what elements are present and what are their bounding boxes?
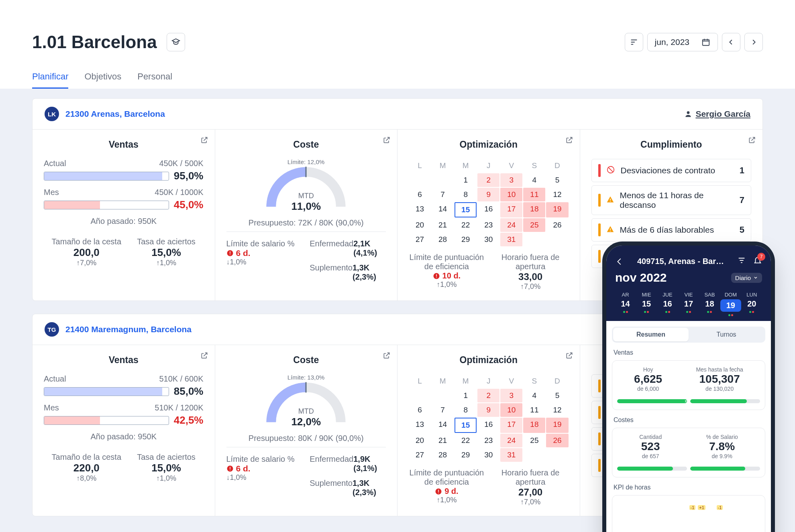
cal-day-20[interactable]: 20 (409, 218, 431, 232)
sort-button[interactable] (625, 33, 643, 51)
cal-day-2[interactable]: 2 (477, 389, 499, 402)
phone-tab-turnos[interactable]: Turnos (689, 328, 764, 341)
open-icon[interactable] (383, 136, 391, 146)
cal-day-28[interactable]: 28 (432, 233, 454, 246)
open-icon[interactable] (200, 136, 208, 146)
compliance-item[interactable]: Desviaciones de contrato 1 (591, 159, 752, 182)
cal-day-23[interactable]: 23 (477, 218, 499, 232)
filter-icon[interactable] (737, 256, 746, 265)
open-icon[interactable] (565, 136, 573, 146)
phone-day-18[interactable]: SAB18 (699, 292, 720, 316)
cal-day-27[interactable]: 27 (409, 233, 431, 246)
phone-day-15[interactable]: MIE15 (636, 292, 656, 316)
cal-day-12[interactable]: 12 (546, 188, 568, 201)
cal-day-1[interactable]: 1 (455, 173, 477, 187)
phone-month-label[interactable]: nov 2022 (615, 271, 667, 284)
cal-day-6[interactable]: 6 (409, 403, 431, 417)
cal-day-23[interactable]: 23 (477, 434, 499, 447)
cal-day-29[interactable]: 29 (455, 233, 477, 246)
cal-day-3[interactable]: 3 (500, 389, 522, 402)
cal-day-11[interactable]: 11 (523, 403, 545, 417)
svg-text:Límite: 13,0%: Límite: 13,0% (287, 374, 325, 381)
manager-link[interactable]: Sergio García (684, 109, 750, 119)
prev-month-button[interactable] (722, 33, 740, 51)
cal-day-8[interactable]: 8 (455, 188, 477, 201)
cal-day-31[interactable]: 31 (500, 233, 522, 246)
compliance-item[interactable]: Más de 6 días laborables 5 (591, 218, 752, 242)
cal-day-20[interactable]: 20 (409, 434, 431, 447)
cal-day-13[interactable]: 13 (409, 418, 431, 433)
cal-day-21[interactable]: 21 (432, 218, 454, 232)
cal-day-12[interactable]: 12 (546, 403, 568, 417)
cal-day-11[interactable]: 11 (523, 188, 545, 201)
cal-day-24[interactable]: 24 (500, 434, 522, 447)
cal-day-14[interactable]: 14 (432, 418, 454, 433)
cal-day-21[interactable]: 21 (432, 434, 454, 447)
cal-day-6[interactable]: 6 (409, 188, 431, 201)
open-icon[interactable] (200, 351, 208, 361)
phone-costes-card: Cantidad 523 de 657 % de Salario 7.8% de… (612, 428, 765, 477)
open-icon[interactable] (383, 351, 391, 361)
store-name-link[interactable]: 21400 Maremagnum, Barcelona (65, 325, 192, 334)
cal-day-29[interactable]: 29 (455, 448, 477, 462)
cal-day-13[interactable]: 13 (409, 202, 431, 217)
cal-day-18[interactable]: 18 (523, 418, 545, 433)
cal-day-16[interactable]: 16 (477, 418, 499, 433)
cal-day-10[interactable]: 10 (500, 188, 522, 201)
cal-day-17[interactable]: 17 (500, 202, 522, 217)
cal-day-22[interactable]: 22 (455, 434, 477, 447)
back-icon[interactable] (615, 257, 624, 266)
phone-day-19[interactable]: DOM19 (720, 292, 741, 316)
phone-day-16[interactable]: JUE16 (657, 292, 678, 316)
education-icon-button[interactable] (167, 33, 185, 51)
cal-day-24[interactable]: 24 (500, 218, 522, 232)
tab-planificar[interactable]: Planificar (32, 71, 68, 89)
calendar: LMMJVSD123456789101112131415161718192021… (409, 374, 569, 462)
cal-day-22[interactable]: 22 (455, 218, 477, 232)
cal-day-14[interactable]: 14 (432, 202, 454, 217)
cal-day-4[interactable]: 4 (523, 173, 545, 187)
date-picker[interactable]: jun, 2023 (647, 33, 718, 51)
cal-day-7[interactable]: 7 (432, 403, 454, 417)
cal-day-19[interactable]: 19 (546, 418, 568, 433)
phone-day-17[interactable]: VIE17 (678, 292, 699, 316)
cal-day-3[interactable]: 3 (500, 173, 522, 187)
cal-day-5[interactable]: 5 (546, 173, 568, 187)
cal-day-7[interactable]: 7 (432, 188, 454, 201)
open-icon[interactable] (748, 136, 756, 146)
compliance-text: Menos de 11 horas de descanso (620, 191, 734, 210)
cal-day-19[interactable]: 19 (546, 202, 568, 217)
cal-day-4[interactable]: 4 (523, 389, 545, 402)
compliance-item[interactable]: Menos de 11 horas de descanso 7 (591, 185, 752, 215)
cal-day-9[interactable]: 9 (477, 188, 499, 201)
cal-day-25[interactable]: 25 (523, 434, 545, 447)
open-icon[interactable] (565, 351, 573, 361)
next-month-button[interactable] (744, 33, 763, 51)
cal-day-26[interactable]: 26 (546, 434, 568, 447)
cal-day-26[interactable]: 26 (546, 218, 568, 232)
cal-day-5[interactable]: 5 (546, 389, 568, 402)
cal-day-18[interactable]: 18 (523, 202, 545, 217)
cal-day-16[interactable]: 16 (477, 202, 499, 217)
cal-day-2[interactable]: 2 (477, 173, 499, 187)
cal-day-15[interactable]: 15 (455, 202, 477, 217)
tab-objetivos[interactable]: Objetivos (84, 71, 121, 89)
cal-day-25[interactable]: 25 (523, 218, 545, 232)
cal-day-28[interactable]: 28 (432, 448, 454, 462)
cal-day-9[interactable]: 9 (477, 403, 499, 417)
cal-day-10[interactable]: 10 (500, 403, 522, 417)
cal-day-15[interactable]: 15 (455, 418, 477, 433)
cal-day-30[interactable]: 30 (477, 233, 499, 246)
cal-day-27[interactable]: 27 (409, 448, 431, 462)
phone-tab-resumen[interactable]: Resumen (613, 328, 689, 341)
phone-day-20[interactable]: LUN20 (742, 292, 762, 316)
phone-day-14[interactable]: AR14 (615, 292, 636, 316)
cal-day-17[interactable]: 17 (500, 418, 522, 433)
phone-view-select[interactable]: Diario (731, 273, 762, 283)
store-name-link[interactable]: 21300 Arenas, Barcelona (65, 109, 165, 119)
cal-day-30[interactable]: 30 (477, 448, 499, 462)
tab-personal[interactable]: Personal (137, 71, 172, 89)
cal-day-8[interactable]: 8 (455, 403, 477, 417)
cal-day-1[interactable]: 1 (455, 389, 477, 402)
cal-day-31[interactable]: 31 (500, 448, 522, 462)
